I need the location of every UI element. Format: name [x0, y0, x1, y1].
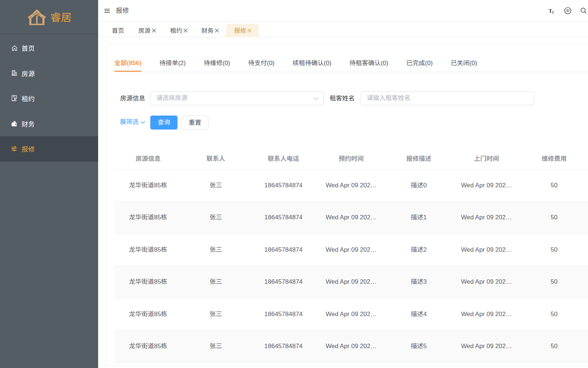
svg-text:中: 中 — [566, 8, 570, 13]
svg-text:T: T — [552, 11, 554, 14]
